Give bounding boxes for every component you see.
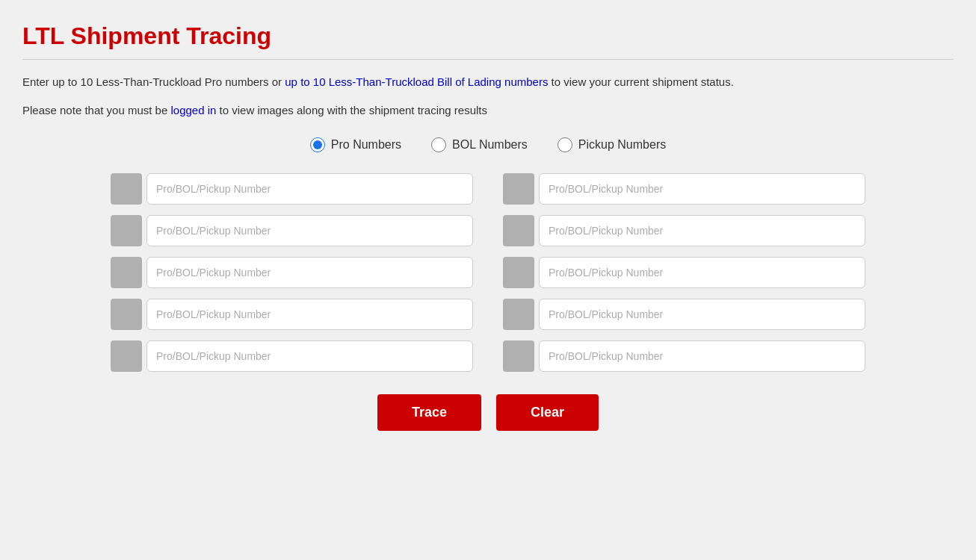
input-prefix-7 [503, 215, 534, 246]
radio-option-pro[interactable]: Pro Numbers [310, 137, 401, 152]
description-1: Enter up to 10 Less-Than-Truckload Pro n… [22, 73, 954, 91]
input-row-5 [111, 340, 473, 372]
input-prefix-4 [111, 299, 142, 330]
input-prefix-6 [503, 173, 534, 205]
tracking-input-2[interactable] [146, 215, 473, 246]
radio-option-bol[interactable]: BOL Numbers [431, 137, 528, 152]
clear-button[interactable]: Clear [496, 394, 599, 431]
radio-pickup-label: Pickup Numbers [578, 138, 666, 152]
divider [22, 59, 954, 60]
input-prefix-5 [111, 340, 142, 372]
tracking-input-9[interactable] [539, 299, 865, 330]
radio-bol-label: BOL Numbers [452, 138, 528, 152]
input-prefix-9 [503, 299, 534, 330]
input-row-1 [111, 173, 473, 205]
input-row-6 [503, 173, 865, 205]
button-row: Trace Clear [22, 394, 954, 431]
input-row-8 [503, 257, 865, 288]
tracking-input-8[interactable] [539, 257, 865, 288]
input-row-7 [503, 215, 865, 246]
input-row-4 [111, 299, 473, 330]
login-link[interactable]: logged in [170, 104, 216, 116]
input-row-9 [503, 299, 865, 330]
description-2-text1: Please note that you must be [22, 104, 170, 116]
tracking-input-3[interactable] [146, 257, 473, 288]
tracking-input-6[interactable] [539, 173, 865, 205]
input-row-3 [111, 257, 473, 288]
bol-link[interactable]: up to 10 Less-Than-Truckload Bill of Lad… [285, 75, 548, 88]
radio-option-pickup[interactable]: Pickup Numbers [558, 137, 666, 152]
input-prefix-2 [111, 215, 142, 246]
radio-pro-label: Pro Numbers [331, 138, 401, 152]
radio-bol[interactable] [431, 137, 446, 152]
input-prefix-10 [503, 340, 534, 372]
radio-pro[interactable] [310, 137, 325, 152]
input-row-2 [111, 215, 473, 246]
radio-pickup[interactable] [558, 137, 572, 152]
description-1-text2: to view your current shipment status. [548, 75, 733, 88]
description-2: Please note that you must be logged in t… [22, 102, 954, 119]
input-prefix-3 [111, 257, 142, 288]
trace-button[interactable]: Trace [377, 394, 481, 431]
radio-group: Pro Numbers BOL Numbers Pickup Numbers [22, 137, 954, 152]
tracking-input-7[interactable] [539, 215, 865, 246]
tracking-input-10[interactable] [539, 340, 865, 372]
input-prefix-8 [503, 257, 534, 288]
input-row-10 [503, 340, 865, 372]
description-2-text2: to view images along with the shipment t… [216, 104, 487, 116]
page-title: LTL Shipment Tracing [22, 22, 954, 50]
description-1-text1: Enter up to 10 Less-Than-Truckload Pro n… [22, 75, 285, 88]
tracking-input-5[interactable] [146, 340, 473, 372]
tracking-input-4[interactable] [146, 299, 473, 330]
input-prefix-1 [111, 173, 142, 205]
tracking-input-1[interactable] [146, 173, 473, 205]
inputs-grid [96, 173, 880, 372]
